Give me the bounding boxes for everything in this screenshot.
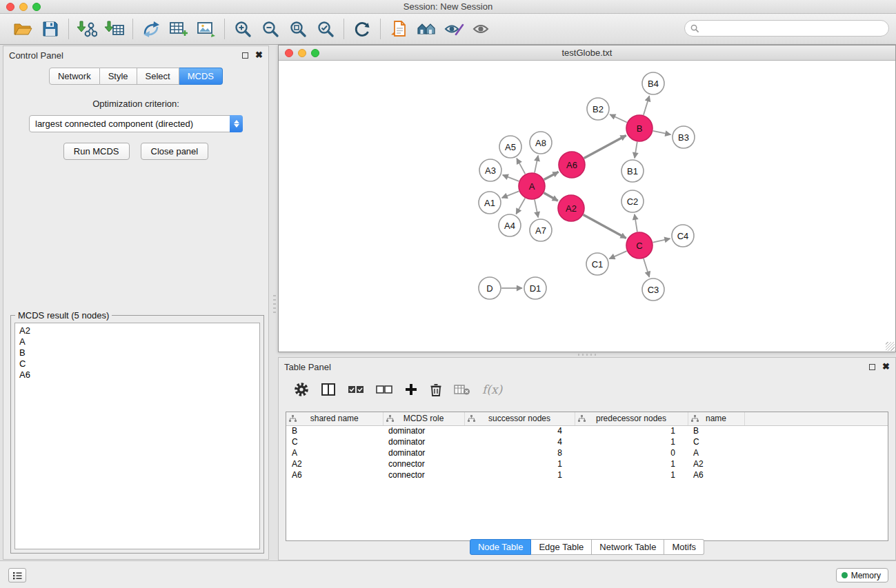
home-networks-icon[interactable] bbox=[415, 17, 438, 41]
tab-network-table[interactable]: Network Table bbox=[592, 539, 664, 555]
table-cell[interactable]: A2 bbox=[286, 458, 383, 469]
table-row[interactable]: Cdominator41C bbox=[286, 436, 888, 447]
tab-node-table[interactable]: Node Table bbox=[470, 539, 532, 555]
graph-node-A6[interactable]: A6 bbox=[559, 152, 585, 178]
graph-node-C3[interactable]: C3 bbox=[642, 278, 664, 301]
table-close-panel-icon[interactable]: ✖ bbox=[882, 363, 890, 370]
table-row[interactable]: Bdominator41B bbox=[286, 425, 888, 436]
network-close-button[interactable] bbox=[285, 49, 293, 57]
mcds-result-list[interactable]: A2ABCA6 bbox=[14, 323, 260, 549]
graph-node-B3[interactable]: B3 bbox=[673, 126, 695, 148]
column-header[interactable]: successor nodes bbox=[464, 412, 575, 425]
graph-node-B2[interactable]: B2 bbox=[587, 98, 609, 120]
tab-network[interactable]: Network bbox=[49, 68, 100, 85]
deselect-all-icon[interactable] bbox=[376, 383, 392, 396]
table-cell[interactable]: 8 bbox=[464, 447, 575, 458]
table-cell[interactable]: dominator bbox=[383, 425, 464, 436]
new-table-icon[interactable] bbox=[167, 17, 190, 41]
column-header[interactable]: shared name bbox=[286, 412, 383, 425]
graph-edge-C-C4[interactable] bbox=[653, 239, 670, 243]
open-file-icon[interactable] bbox=[387, 17, 410, 41]
table-cell[interactable]: 0 bbox=[575, 447, 688, 458]
table-cell[interactable]: C bbox=[688, 436, 744, 447]
graph-edge-A-A4[interactable] bbox=[516, 198, 525, 214]
graph-node-A5[interactable]: A5 bbox=[499, 136, 521, 158]
delete-table-icon[interactable] bbox=[454, 383, 470, 396]
criterion-dropdown[interactable]: largest connected component (directed) bbox=[29, 115, 243, 132]
graph-edge-A-A5[interactable] bbox=[517, 159, 525, 174]
tab-motifs[interactable]: Motifs bbox=[664, 539, 704, 555]
resize-grip[interactable] bbox=[886, 342, 895, 351]
table-cell[interactable]: 1 bbox=[575, 458, 688, 469]
open-session-icon[interactable] bbox=[11, 17, 34, 41]
table-row[interactable]: A6connector11A6 bbox=[286, 469, 888, 480]
network-graph[interactable]: B4B2BB3A5A8A6A3AB1A1A2C2A4A7C4CC1DD1C3 bbox=[279, 61, 895, 352]
apply-layout-icon[interactable] bbox=[350, 17, 374, 41]
minimize-window-button[interactable] bbox=[19, 3, 28, 11]
graph-edge-B-B1[interactable] bbox=[635, 142, 637, 158]
graph-node-A2[interactable]: A2 bbox=[558, 195, 584, 221]
graph-edge-C-C2[interactable] bbox=[635, 214, 637, 232]
graph-node-A1[interactable]: A1 bbox=[479, 192, 501, 214]
graph-node-C4[interactable]: C4 bbox=[672, 225, 694, 247]
graph-edge-C-C3[interactable] bbox=[644, 258, 649, 277]
result-item[interactable]: C bbox=[19, 358, 259, 369]
graph-node-A4[interactable]: A4 bbox=[499, 214, 521, 236]
graph-edge-B-B3[interactable] bbox=[653, 131, 671, 134]
result-item[interactable]: A bbox=[19, 336, 259, 347]
table-cell[interactable]: A6 bbox=[286, 469, 383, 480]
delete-column-icon[interactable] bbox=[430, 383, 442, 397]
table-row[interactable]: A2connector11A2 bbox=[286, 458, 888, 469]
memory-button[interactable]: Memory bbox=[836, 568, 888, 582]
show-columns-icon[interactable] bbox=[321, 383, 336, 396]
table-settings-gear-icon[interactable] bbox=[294, 382, 309, 397]
graph-node-A3[interactable]: A3 bbox=[479, 159, 501, 181]
table-cell[interactable]: connector bbox=[383, 458, 464, 469]
table-cell[interactable]: A bbox=[286, 447, 383, 458]
table-cell[interactable]: connector bbox=[383, 469, 464, 480]
table-cell[interactable]: A6 bbox=[688, 469, 744, 480]
graph-edge-A2-C[interactable] bbox=[584, 215, 626, 239]
graph-edge-A-A3[interactable] bbox=[503, 175, 519, 181]
graph-edge-A-A8[interactable] bbox=[535, 156, 538, 173]
table-cell[interactable]: A bbox=[688, 447, 744, 458]
table-cell[interactable]: 1 bbox=[575, 425, 688, 436]
graph-node-A8[interactable]: A8 bbox=[530, 132, 552, 154]
export-image-icon[interactable] bbox=[195, 17, 218, 41]
zoom-selected-icon[interactable] bbox=[314, 17, 337, 41]
network-canvas[interactable]: B4B2BB3A5A8A6A3AB1A1A2C2A4A7C4CC1DD1C3 bbox=[279, 61, 895, 352]
table-cell[interactable]: dominator bbox=[383, 447, 464, 458]
splitter-handle-horizontal[interactable] bbox=[578, 354, 596, 356]
result-item[interactable]: A6 bbox=[19, 369, 259, 381]
close-panel-icon[interactable]: ✖ bbox=[255, 52, 263, 59]
close-panel-button[interactable]: Close panel bbox=[141, 143, 209, 160]
import-network-icon[interactable] bbox=[75, 17, 99, 41]
table-cell[interactable]: 4 bbox=[464, 425, 575, 436]
tab-style[interactable]: Style bbox=[100, 68, 137, 85]
graph-node-C2[interactable]: C2 bbox=[621, 190, 644, 212]
table-cell[interactable]: 1 bbox=[575, 436, 688, 447]
graph-node-B1[interactable]: B1 bbox=[621, 160, 644, 182]
network-window-titlebar[interactable]: testGlobe.txt bbox=[279, 45, 895, 61]
new-network-icon[interactable] bbox=[139, 17, 163, 41]
graph-edge-B-B2[interactable] bbox=[610, 114, 627, 123]
graph-node-C[interactable]: C bbox=[626, 232, 653, 258]
table-cell[interactable]: 1 bbox=[575, 469, 688, 480]
graph-node-D[interactable]: D bbox=[479, 277, 501, 299]
add-column-icon[interactable] bbox=[404, 383, 418, 396]
table-cell[interactable]: B bbox=[286, 425, 383, 436]
graph-edge-A-A2[interactable] bbox=[544, 193, 557, 201]
column-header[interactable]: predecessor nodes bbox=[575, 412, 688, 425]
tab-edge-table[interactable]: Edge Table bbox=[531, 539, 592, 555]
column-header[interactable]: MCDS role bbox=[383, 412, 464, 425]
graphics-details-icon[interactable] bbox=[442, 17, 466, 41]
table-cell[interactable]: 1 bbox=[464, 469, 575, 480]
tab-select[interactable]: Select bbox=[137, 68, 179, 85]
node-table[interactable]: shared nameMCDS rolesuccessor nodesprede… bbox=[286, 412, 888, 541]
table-cell[interactable]: dominator bbox=[383, 436, 464, 447]
select-all-icon[interactable] bbox=[348, 383, 364, 396]
search-field[interactable] bbox=[684, 20, 889, 37]
graph-edge-A6-B[interactable] bbox=[584, 135, 626, 158]
splitter-handle-vertical[interactable] bbox=[273, 295, 276, 313]
column-header[interactable]: name bbox=[688, 412, 744, 425]
